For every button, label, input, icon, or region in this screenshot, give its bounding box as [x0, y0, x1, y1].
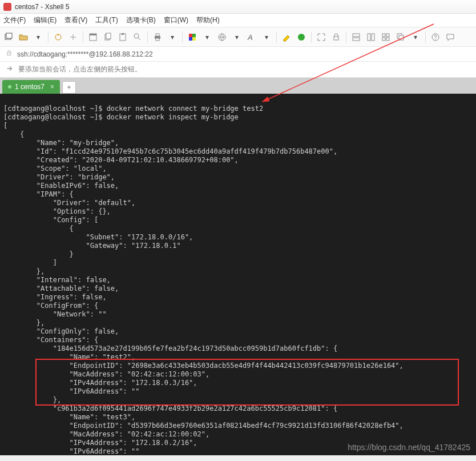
lock-icon[interactable] [331, 32, 341, 42]
encoding-icon[interactable] [217, 32, 227, 42]
window-title: centos7 - Xshell 5 [15, 3, 69, 11]
toolbar-separator [147, 31, 148, 43]
toolbar-separator [276, 31, 277, 43]
dropdown-icon[interactable]: ▾ [232, 32, 242, 42]
chat-icon[interactable] [445, 32, 455, 42]
svg-text:?: ? [434, 34, 437, 41]
toolbar-separator [346, 31, 346, 43]
copy-icon[interactable] [103, 32, 113, 42]
svg-rect-12 [156, 38, 159, 41]
dropdown-icon[interactable]: ▾ [410, 32, 421, 42]
highlight-icon[interactable] [281, 32, 292, 42]
search-icon[interactable] [132, 32, 143, 42]
add-tab-button[interactable]: + [62, 81, 76, 94]
reconnect-icon[interactable] [53, 32, 63, 42]
lock-icon [6, 50, 13, 58]
dropdown-icon[interactable]: ▾ [33, 32, 43, 42]
svg-text:A: A [247, 33, 253, 42]
cascade-icon[interactable] [396, 32, 406, 42]
svg-rect-20 [334, 37, 338, 40]
svg-rect-22 [353, 38, 360, 41]
command-2: docker network inspect my-bridge [107, 113, 239, 121]
toolbar-separator [425, 31, 426, 43]
hint-bar: 要添加当前会话，点击左侧的箭头按钮。 [0, 62, 476, 78]
command-1: docker network connect my-bridge test2 [107, 105, 264, 113]
address-text[interactable]: ssh://cdtaogang:********@192.168.88.212:… [17, 50, 153, 58]
tile-vertical-icon[interactable] [366, 32, 376, 42]
menu-tabs[interactable]: 选项卡(B) [126, 15, 156, 25]
arrow-hint-icon[interactable] [6, 65, 14, 74]
toolbar-separator [83, 31, 83, 43]
svg-rect-13 [189, 34, 192, 37]
print-icon[interactable] [152, 32, 163, 42]
menu-edit[interactable]: 编辑(E) [34, 15, 57, 25]
svg-rect-26 [386, 34, 389, 37]
tile-grid-icon[interactable] [381, 32, 391, 42]
terminal[interactable]: [cdtaogang@localhost ~]$ docker network … [0, 94, 476, 455]
toolbar-separator [311, 31, 312, 43]
fullscreen-icon[interactable] [316, 32, 326, 42]
tab-label: 1 centos7 [15, 83, 45, 91]
address-bar: ssh://cdtaogang:********@192.168.88.212:… [0, 47, 476, 62]
xftp-icon[interactable] [296, 32, 306, 42]
properties-icon[interactable] [88, 32, 98, 42]
dropdown-icon[interactable]: ▾ [202, 32, 212, 42]
svg-point-9 [134, 34, 139, 38]
prompt: [cdtaogang@localhost ~]$ [3, 113, 107, 121]
menu-tools[interactable]: 工具(T) [95, 15, 118, 25]
status-dot-icon [8, 85, 11, 89]
svg-rect-23 [368, 34, 370, 41]
window-titlebar: centos7 - Xshell 5 [0, 0, 476, 14]
hint-text: 要添加当前会话，点击左侧的箭头按钮。 [18, 65, 142, 74]
new-session-icon[interactable] [3, 32, 14, 42]
svg-rect-4 [90, 34, 96, 35]
svg-rect-30 [399, 35, 404, 40]
menu-window[interactable]: 窗口(W) [164, 15, 188, 25]
menu-file[interactable]: 文件(F) [3, 15, 26, 25]
menu-help[interactable]: 帮助(H) [196, 15, 220, 25]
app-icon [3, 3, 11, 11]
font-icon[interactable]: A [247, 32, 257, 42]
dropdown-icon[interactable]: ▾ [167, 32, 178, 42]
svg-rect-33 [7, 53, 11, 55]
svg-rect-24 [372, 34, 374, 41]
svg-rect-27 [382, 38, 385, 41]
svg-rect-1 [6, 33, 12, 38]
tile-horizontal-icon[interactable] [351, 32, 361, 42]
svg-rect-11 [156, 34, 159, 36]
svg-rect-6 [106, 33, 111, 39]
toolbar: ▾ ▾ ▾ ▾ A ▾ ▾ ? [0, 27, 476, 47]
dropdown-icon[interactable]: ▾ [261, 32, 272, 42]
help-icon[interactable]: ? [430, 32, 441, 42]
svg-rect-28 [386, 38, 389, 41]
session-tab[interactable]: 1 centos7 × [2, 80, 60, 94]
toolbar-separator [182, 31, 183, 43]
svg-rect-8 [122, 33, 124, 35]
svg-point-19 [298, 34, 305, 41]
close-tab-icon[interactable]: × [50, 83, 54, 91]
disconnect-icon[interactable] [68, 32, 78, 42]
svg-rect-16 [192, 37, 196, 41]
prompt: [cdtaogang@localhost ~]$ [3, 105, 107, 113]
paste-icon[interactable] [118, 32, 128, 42]
svg-rect-15 [189, 37, 192, 41]
menubar: 文件(F) 编辑(E) 查看(V) 工具(T) 选项卡(B) 窗口(W) 帮助(… [0, 14, 476, 27]
watermark: https://blog.csdn.net/qq_41782425 [348, 443, 470, 452]
svg-rect-14 [192, 34, 196, 37]
open-icon[interactable] [18, 32, 29, 42]
toolbar-separator [48, 31, 49, 43]
color-scheme-icon[interactable] [187, 32, 197, 42]
svg-rect-21 [353, 34, 360, 37]
menu-view[interactable]: 查看(V) [64, 15, 87, 25]
terminal-output: [ { "Name": "my-bridge", "Id": "f1ccd24e… [3, 122, 404, 455]
tabstrip: 1 centos7 × + [0, 78, 476, 94]
svg-rect-25 [382, 34, 385, 37]
